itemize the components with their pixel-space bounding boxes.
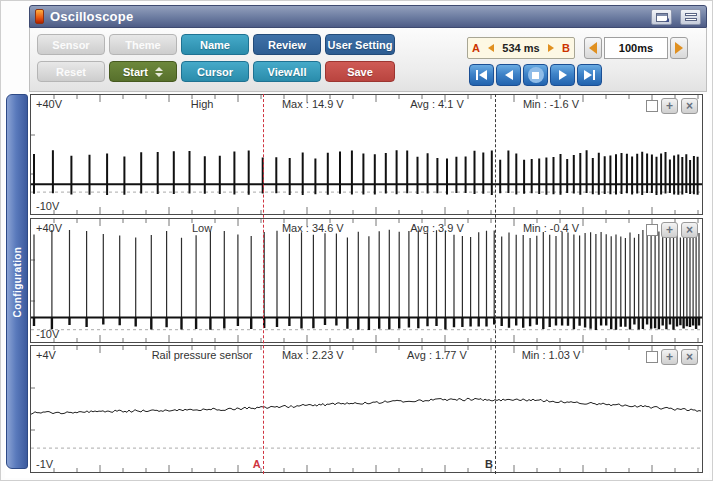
cursor-button[interactable]: Cursor [181,61,249,82]
start-button-label: Start [123,66,148,78]
channel-max: Max : 14.9 V [282,98,344,110]
cursor-a-line[interactable] [263,94,264,474]
channel-checkbox[interactable] [646,351,658,363]
channel-avg: Avg : 3.9 V [410,222,464,234]
name-button[interactable]: Name [181,34,249,55]
channel-high-panel: +40V High Max : 14.9 V Avg : 4.1 V Min :… [30,94,703,215]
waveform-rail-pressure [31,346,702,472]
channel-name: High [191,98,214,110]
channel-name: Low [192,222,212,234]
channel-low-panel: +40V Low Max : 34.6 V Avg : 3.9 V Min : … [30,218,703,343]
right-arrow-icon [675,42,683,54]
theme-button[interactable]: Theme [109,34,177,55]
channel-bottom-voltage: -1V [36,458,53,470]
timebase-decrease-button[interactable] [584,37,602,59]
skip-to-start-button[interactable] [469,64,494,86]
reset-button[interactable]: Reset [37,61,105,82]
configuration-tab-label: Configuration [12,246,23,317]
cursor-b-tag: B [562,42,570,54]
b-right-arrow-icon [548,44,554,52]
tile-windows-icon[interactable] [680,9,701,25]
save-button[interactable]: Save [325,61,395,82]
channel-name: Rail pressure sensor [152,349,253,361]
stop-icon [528,67,544,83]
channel-max: Max : 2.23 V [282,349,344,361]
channel-top-voltage: +40V [36,98,62,110]
waveform-high [31,95,702,214]
scope-area: Configuration +40V High Max : 14.9 V Avg… [5,94,709,478]
toolbar: Sensor Theme Name Review User Setting Re… [29,28,707,92]
channel-min: Min : -0.4 V [523,222,579,234]
channel-avg: Avg : 1.77 V [407,349,467,361]
review-button[interactable]: Review [253,34,321,55]
cursor-a-label: A [253,458,261,470]
channel-zoom-button[interactable]: + [661,349,678,365]
start-button[interactable]: Start [109,61,177,82]
timebase-increase-button[interactable] [670,37,688,59]
start-spinner-icon [155,67,163,77]
channel-zoom-button[interactable]: + [661,98,678,114]
channel-rail-pressure-panel: +4V Rail pressure sensor Max : 2.23 V Av… [30,345,703,473]
play-triangle-icon [559,70,567,80]
channel-top-voltage: +4V [36,349,56,361]
skip-to-end-button[interactable] [577,64,602,86]
channel-close-button[interactable]: × [681,222,698,238]
user-setting-button[interactable]: User Setting [325,34,395,55]
window-title: Oscilloscope [50,9,133,24]
playback-controls [469,64,602,86]
back-triangle-icon [479,70,487,80]
cursor-b-label: B [485,458,493,470]
bar-icon [476,70,478,80]
bar-icon [593,70,595,80]
popup-window-icon[interactable] [651,9,672,25]
channel-avg: Avg : 4.1 V [410,98,464,110]
channel-zoom-button[interactable]: + [661,222,678,238]
sensor-button[interactable]: Sensor [37,34,105,55]
channel-bottom-voltage: -10V [36,200,59,212]
waveform-low [31,219,702,342]
title-bar: Oscilloscope [29,5,707,28]
left-arrow-icon [589,42,597,54]
viewall-button[interactable]: ViewAll [253,61,321,82]
channel-min: Min : -1.6 V [523,98,579,110]
app-icon [35,9,44,24]
channel-top-voltage: +40V [36,222,62,234]
channel-min: Min : 1.03 V [522,349,581,361]
stop-button[interactable] [523,64,548,86]
channel-checkbox[interactable] [646,224,658,236]
ab-time-value: 534 ms [502,42,539,54]
timebase-value-input[interactable] [604,37,668,59]
play-button[interactable] [550,64,575,86]
play-triangle-icon [584,70,592,80]
ab-time-readout[interactable]: A 534 ms B [467,37,575,59]
channel-bottom-voltage: -10V [36,328,59,340]
channel-checkbox[interactable] [646,100,658,112]
cursor-b-line[interactable] [495,94,496,474]
channel-close-button[interactable]: × [681,98,698,114]
cursor-a-tag: A [472,42,480,54]
oscilloscope-window: Oscilloscope Sensor Theme Name Review Us… [0,0,713,481]
plot-area: +40V High Max : 14.9 V Avg : 4.1 V Min :… [30,94,703,474]
channel-max: Max : 34.6 V [282,222,344,234]
a-left-arrow-icon [488,44,494,52]
channel-close-button[interactable]: × [681,349,698,365]
back-triangle-icon [505,70,513,80]
configuration-tab[interactable]: Configuration [6,94,28,469]
step-back-button[interactable] [496,64,521,86]
